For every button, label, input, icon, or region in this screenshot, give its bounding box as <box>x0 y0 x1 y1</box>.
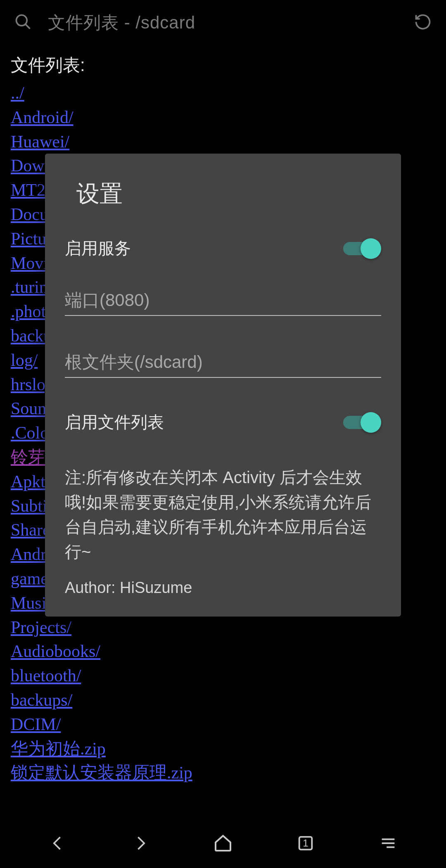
tabs-button[interactable]: 1 <box>289 827 322 860</box>
settings-modal: 设置 启用服务 启用文件列表 注:所有修改在关闭本 Activity 后才会生效… <box>45 154 401 617</box>
tab-count: 1 <box>303 837 308 849</box>
enable-filelist-row: 启用文件列表 <box>65 402 381 443</box>
forward-button[interactable] <box>124 827 157 860</box>
enable-service-toggle[interactable] <box>343 238 381 259</box>
menu-button[interactable] <box>372 827 405 860</box>
port-input[interactable] <box>65 290 381 310</box>
modal-backdrop[interactable]: 设置 启用服务 启用文件列表 注:所有修改在关闭本 Activity 后才会生效… <box>0 0 446 868</box>
enable-service-row: 启用服务 <box>65 228 381 269</box>
home-button[interactable] <box>206 827 240 860</box>
enable-filelist-toggle[interactable] <box>343 412 381 433</box>
enable-filelist-label: 启用文件列表 <box>65 411 164 434</box>
back-button[interactable] <box>41 827 74 860</box>
rootdir-field-wrap <box>65 352 381 378</box>
bottom-nav-bar: 1 <box>0 818 446 868</box>
settings-title: 设置 <box>76 178 381 210</box>
port-field-wrap <box>65 290 381 316</box>
settings-note: 注:所有修改在关闭本 Activity 后才会生效哦!如果需要更稳定使用,小米系… <box>65 465 381 564</box>
enable-service-label: 启用服务 <box>65 237 131 260</box>
rootdir-input[interactable] <box>65 352 381 372</box>
settings-author: Author: HiSuzume <box>65 579 381 597</box>
